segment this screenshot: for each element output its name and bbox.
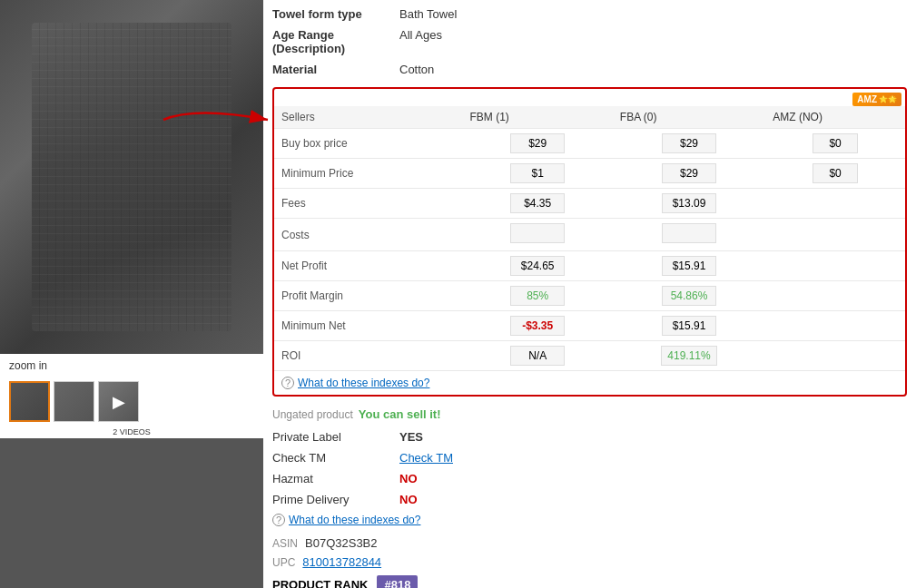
asin-row: ASIN B07Q32S3B2 <box>272 534 907 553</box>
row-label: Net Profit <box>274 251 462 281</box>
fbm-cell: 85% <box>462 281 612 311</box>
row-label: Fees <box>274 189 462 219</box>
bottom-section: Ungated product You can sell it! Private… <box>272 400 916 588</box>
age-range-value: All Ages <box>399 28 442 42</box>
table-row: Profit Margin85%54.86% <box>274 281 905 311</box>
fbm-cell: $1 <box>462 159 612 189</box>
material-value: Cotton <box>399 63 434 76</box>
amz-cell <box>765 281 905 311</box>
prime-delivery-value: NO <box>399 493 418 506</box>
what-indexes-link-sellers[interactable]: What do these indexes do? <box>298 377 429 389</box>
material-label: Material <box>272 63 399 76</box>
image-panel: zoom in ▶ 2 VIDEOS <box>0 0 263 588</box>
product-rank-row: PRODUCT RANK #818 <box>272 572 907 588</box>
upc-link[interactable]: 810013782844 <box>302 555 381 569</box>
towel-form-row: Towel form type Bath Towel <box>272 4 907 24</box>
age-range-label: Age Range (Description) <box>272 28 399 55</box>
towel-form-value: Bath Towel <box>399 7 457 21</box>
amz-cell <box>765 251 905 281</box>
what-indexes-row[interactable]: ? What do these indexes do? <box>272 514 907 526</box>
fbm-cell: $29 <box>462 129 612 159</box>
fba-col-header: FBA (0) <box>613 106 765 129</box>
content-panel: Towel form type Bath Towel Age Range (De… <box>263 0 916 588</box>
fbm-cell: N/A <box>462 341 612 371</box>
table-row: ROIN/A419.11% <box>274 341 905 371</box>
prime-delivery-label: Prime Delivery <box>272 493 399 506</box>
fbm-cell: $24.65 <box>462 251 612 281</box>
sellers-col-header: Sellers <box>274 106 462 129</box>
fba-cell: $29 <box>613 159 765 189</box>
amz-cell: $0 <box>765 129 905 159</box>
sellers-box: AMZ ⭐🌟 Sellers FBM (1) FBA (0) AMZ (NO) … <box>272 87 907 397</box>
asin-label: ASIN <box>272 537 298 550</box>
upc-label: UPC <box>272 556 295 569</box>
private-label-value: YES <box>399 430 423 444</box>
fbm-cell: $4.35 <box>462 189 612 219</box>
amz-col-header: AMZ (NO) <box>765 106 905 129</box>
fba-cell: $15.91 <box>613 251 765 281</box>
fba-cell: 419.11% <box>613 341 765 371</box>
thumbnail-3[interactable]: ▶ <box>98 381 139 422</box>
table-row: Buy box price$29$29$0 <box>274 129 905 159</box>
row-label: Minimum Net <box>274 311 462 341</box>
hazmat-row: Hazmat NO <box>272 468 907 489</box>
check-tm-row: Check TM Check TM <box>272 447 907 468</box>
check-tm-label: Check TM <box>272 451 399 465</box>
fba-cell: 54.86% <box>613 281 765 311</box>
table-row: Minimum Price$1$29$0 <box>274 159 905 189</box>
row-label: ROI <box>274 341 462 371</box>
ungated-label: Ungated product <box>272 408 353 421</box>
arrow-annotation <box>263 102 277 141</box>
videos-label: 2 VIDEOS <box>0 426 263 438</box>
info-icon: ? <box>281 377 294 389</box>
sellers-table: Sellers FBM (1) FBA (0) AMZ (NO) Buy box… <box>274 106 905 371</box>
thumbnail-2[interactable] <box>54 381 94 422</box>
row-label: Buy box price <box>274 129 462 159</box>
hazmat-value: NO <box>399 472 418 485</box>
row-label: Profit Margin <box>274 281 462 311</box>
product-details: Towel form type Bath Towel Age Range (De… <box>272 0 916 83</box>
prime-delivery-row: Prime Delivery NO <box>272 489 907 510</box>
upc-row: UPC 810013782844 <box>272 553 907 572</box>
fba-cell <box>613 219 765 251</box>
hazmat-label: Hazmat <box>272 472 399 485</box>
ungated-row: Ungated product You can sell it! <box>272 407 907 421</box>
private-label-row: Private Label YES <box>272 426 907 447</box>
thumbnail-1[interactable] <box>9 381 50 422</box>
amz-cell <box>765 341 905 371</box>
check-tm-link[interactable]: Check TM <box>399 451 453 465</box>
asin-value: B07Q32S3B2 <box>305 536 378 550</box>
what-indexes-link[interactable]: What do these indexes do? <box>289 514 420 526</box>
row-label: Minimum Price <box>274 159 462 189</box>
can-sell-label: You can sell it! <box>359 407 441 421</box>
fba-cell: $13.09 <box>613 189 765 219</box>
what-link-row[interactable]: ? What do these indexes do? <box>274 371 905 395</box>
fba-cell: $29 <box>613 129 765 159</box>
fbm-cell <box>462 219 612 251</box>
amz-cell <box>765 189 905 219</box>
amz-cell: $0 <box>765 159 905 189</box>
age-range-row: Age Range (Description) All Ages <box>272 24 907 59</box>
towel-image <box>32 23 231 331</box>
rank-badge: #818 <box>377 575 418 588</box>
row-label: Costs <box>274 219 462 251</box>
amz-cell <box>765 219 905 251</box>
material-row: Material Cotton <box>272 59 907 80</box>
table-row: Net Profit$24.65$15.91 <box>274 251 905 281</box>
info-icon-2: ? <box>272 514 285 526</box>
amz-cell <box>765 311 905 341</box>
zoom-label[interactable]: zoom in <box>0 354 263 377</box>
amz-badge: AMZ ⭐🌟 <box>852 93 901 106</box>
product-rank-label: PRODUCT RANK <box>272 578 368 588</box>
fbm-cell: -$3.35 <box>462 311 612 341</box>
table-row: Costs <box>274 219 905 251</box>
fbm-col-header: FBM (1) <box>462 106 612 129</box>
amz-badge-wrapper: AMZ ⭐🌟 <box>274 89 905 106</box>
private-label-label: Private Label <box>272 430 399 444</box>
table-row: Fees$4.35$13.09 <box>274 189 905 219</box>
fba-cell: $15.91 <box>613 311 765 341</box>
thumbnail-row: ▶ <box>0 377 263 426</box>
table-row: Minimum Net-$3.35$15.91 <box>274 311 905 341</box>
towel-form-label: Towel form type <box>272 7 399 21</box>
main-product-image[interactable] <box>0 0 263 354</box>
